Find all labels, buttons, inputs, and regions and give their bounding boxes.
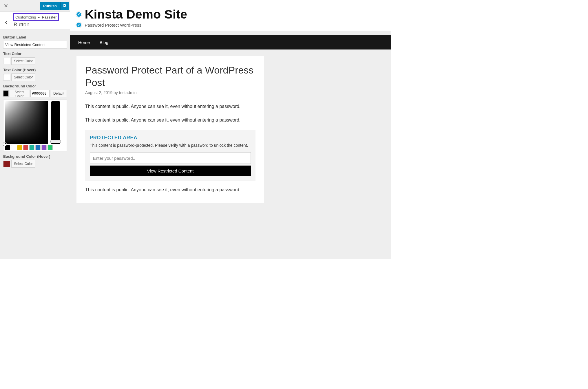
post-paragraph: This content is public. Anyone can see i… bbox=[85, 117, 255, 123]
chevron-left-icon: ‹ bbox=[5, 19, 7, 26]
button-label-input[interactable] bbox=[3, 41, 67, 49]
protected-text: This content is password-protected. Plea… bbox=[90, 143, 251, 148]
palette-swatch[interactable] bbox=[5, 145, 10, 150]
breadcrumb-section: Passster bbox=[42, 15, 57, 19]
edit-shortcut-title[interactable] bbox=[76, 12, 82, 17]
primary-nav: Home Blog bbox=[70, 35, 391, 49]
breadcrumb: ‹ Customizing ▸ Passster Button bbox=[0, 12, 70, 29]
nav-item-blog[interactable]: Blog bbox=[100, 35, 108, 49]
hue-thumb-icon[interactable] bbox=[50, 140, 61, 143]
palette-swatch[interactable] bbox=[41, 145, 47, 150]
pencil-icon bbox=[77, 22, 80, 27]
bg-color-hover-swatch[interactable] bbox=[3, 161, 10, 167]
text-color-hover-swatch[interactable] bbox=[3, 74, 10, 80]
label-bg-color: Background Color bbox=[3, 84, 67, 88]
color-picker bbox=[3, 100, 67, 151]
protected-area: PROTECTED AREA This content is password-… bbox=[85, 130, 255, 181]
bg-color-select-button[interactable]: Select Color bbox=[10, 90, 29, 97]
bg-color-hover-select-button[interactable]: Select Color bbox=[11, 160, 35, 168]
site-tagline[interactable]: Password Protect WordPress bbox=[85, 23, 141, 27]
view-restricted-button[interactable]: View Restricted Content bbox=[90, 166, 251, 176]
palette-row bbox=[5, 145, 65, 150]
palette-swatch[interactable] bbox=[48, 145, 53, 150]
palette-swatch[interactable] bbox=[29, 145, 34, 150]
label-text-color-hover: Text Color (Hover) bbox=[3, 68, 67, 72]
preview-pane: Kinsta Demo Site Password Protect WordPr… bbox=[70, 0, 391, 259]
text-color-select-button[interactable]: Select Color bbox=[11, 57, 35, 65]
bg-color-swatch[interactable] bbox=[3, 90, 9, 97]
publish-button[interactable]: Publish bbox=[40, 2, 61, 10]
breadcrumb-highlight: Customizing ▸ Passster bbox=[14, 14, 58, 21]
password-input[interactable] bbox=[90, 152, 251, 164]
sidebar-topbar: ✕ Publish bbox=[0, 0, 70, 12]
saturation-value-area[interactable] bbox=[5, 101, 48, 144]
label-bg-color-hover: Background Color (Hover) bbox=[3, 154, 67, 159]
palette-swatch[interactable] bbox=[23, 145, 28, 150]
close-icon[interactable]: ✕ bbox=[0, 0, 12, 12]
label-button-text: Button Label bbox=[3, 35, 67, 39]
edit-shortcut-tagline[interactable] bbox=[76, 22, 82, 28]
palette-swatch[interactable] bbox=[11, 145, 16, 150]
back-button[interactable]: ‹ bbox=[0, 12, 12, 27]
breadcrumb-root: Customizing bbox=[15, 15, 36, 19]
bg-color-hex-input[interactable] bbox=[30, 90, 50, 97]
controls-area: Button Label Text Color Select Color Tex… bbox=[0, 29, 70, 259]
sv-cursor-icon[interactable] bbox=[3, 142, 7, 146]
post-title: Password Protect Part of a WordPress Pos… bbox=[85, 64, 255, 89]
text-color-hover-select-button[interactable]: Select Color bbox=[11, 74, 35, 81]
gear-icon bbox=[62, 3, 67, 9]
pencil-icon bbox=[77, 12, 80, 17]
label-text-color: Text Color bbox=[3, 52, 67, 56]
post: Password Protect Part of a WordPress Pos… bbox=[76, 56, 264, 203]
panel-title: Button bbox=[14, 21, 58, 28]
nav-item-home[interactable]: Home bbox=[78, 35, 90, 49]
text-color-swatch[interactable] bbox=[3, 58, 10, 64]
palette-swatch[interactable] bbox=[17, 145, 22, 150]
palette-swatch[interactable] bbox=[35, 145, 41, 150]
site-header: Kinsta Demo Site Password Protect WordPr… bbox=[70, 0, 391, 31]
settings-button[interactable] bbox=[61, 2, 69, 10]
bg-color-default-button[interactable]: Default bbox=[51, 90, 67, 97]
breadcrumb-separator-icon: ▸ bbox=[38, 16, 40, 19]
site-title[interactable]: Kinsta Demo Site bbox=[85, 7, 187, 21]
post-meta: August 2, 2019 by testadmin bbox=[85, 90, 255, 95]
post-paragraph: This content is public. Anyone can see i… bbox=[85, 103, 255, 110]
hue-slider[interactable] bbox=[51, 101, 60, 144]
customizer-sidebar: ✕ Publish ‹ Customizing ▸ Passster bbox=[0, 0, 70, 259]
protected-heading: PROTECTED AREA bbox=[90, 135, 251, 141]
post-paragraph: This content is public. Anyone can see i… bbox=[85, 186, 255, 193]
